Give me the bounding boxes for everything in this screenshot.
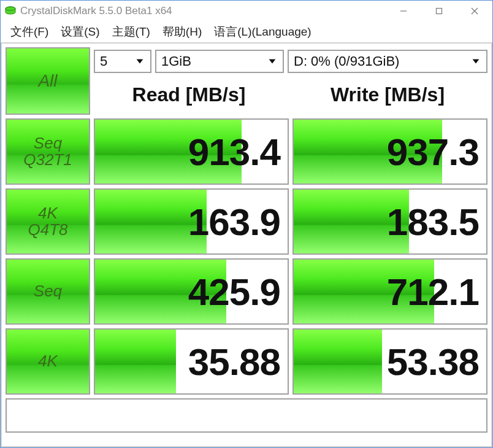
size-value: 1GiB: [161, 53, 191, 69]
top-controls: All 5 1GiB D: 0% (0/931GiB) Read [MB/s] …: [6, 47, 487, 115]
read-value-cell: 425.9: [94, 258, 289, 325]
write-value: 53.38: [387, 340, 479, 384]
test-button-label2: Q4T8: [28, 222, 67, 238]
app-icon: [4, 5, 17, 17]
test-button-3[interactable]: 4K: [6, 328, 90, 395]
chevron-down-icon: [470, 56, 481, 67]
value-bar: [95, 330, 176, 393]
test-button-2[interactable]: Seq: [6, 258, 90, 325]
test-button-label1: Seq: [34, 283, 62, 299]
write-value: 937.3: [387, 130, 479, 174]
test-button-0[interactable]: SeqQ32T1: [6, 118, 90, 185]
drive-value: D: 0% (0/931GiB): [294, 53, 399, 69]
write-value-cell: 712.1: [292, 258, 487, 325]
svg-rect-3: [437, 9, 442, 14]
write-value: 712.1: [387, 270, 479, 314]
menu-theme[interactable]: 主题(T): [107, 21, 155, 42]
window-controls: [386, 1, 492, 21]
test-button-label1: Seq: [34, 135, 62, 152]
value-bar: [294, 330, 382, 393]
header-write: Write [MB/s]: [288, 74, 487, 115]
test-button-label1: 4K: [38, 205, 58, 222]
test-button-label2: Q32T1: [23, 152, 72, 168]
header-read: Read [MB/s]: [94, 74, 284, 115]
write-value-cell: 183.5: [292, 188, 487, 255]
maximize-button[interactable]: [421, 1, 457, 21]
titlebar: CrystalDiskMark 5.5.0 Beta1 x64: [1, 1, 492, 21]
client-area: All 5 1GiB D: 0% (0/931GiB) Read [MB/s] …: [1, 42, 492, 447]
test-button-1[interactable]: 4KQ4T8: [6, 188, 90, 255]
all-button[interactable]: All: [6, 47, 90, 115]
close-button[interactable]: [457, 1, 492, 21]
menu-file[interactable]: 文件(F): [6, 21, 53, 42]
status-bar: [6, 398, 487, 433]
chevron-down-icon: [267, 56, 278, 67]
read-value: 35.88: [188, 340, 280, 384]
read-value: 425.9: [188, 270, 280, 314]
write-value: 183.5: [387, 200, 479, 244]
window-title: CrystalDiskMark 5.5.0 Beta1 x64: [20, 5, 386, 17]
read-value-cell: 913.4: [94, 118, 289, 185]
loops-select[interactable]: 5: [94, 50, 151, 73]
minimize-button[interactable]: [386, 1, 421, 21]
loops-value: 5: [100, 53, 107, 69]
read-value: 163.9: [188, 200, 280, 244]
write-value-cell: 53.38: [292, 328, 487, 395]
results-grid: SeqQ32T1913.4937.34KQ4T8163.9183.5Seq425…: [6, 118, 487, 395]
size-select[interactable]: 1GiB: [155, 50, 284, 73]
read-value: 913.4: [188, 130, 280, 174]
test-button-label1: 4K: [38, 353, 58, 369]
chevron-down-icon: [134, 56, 145, 67]
menu-settings[interactable]: 设置(S): [56, 21, 104, 42]
menu-help[interactable]: 帮助(H): [158, 21, 207, 42]
app-window: CrystalDiskMark 5.5.0 Beta1 x64 文件(F) 设置…: [0, 0, 493, 448]
write-value-cell: 937.3: [292, 118, 487, 185]
drive-select[interactable]: D: 0% (0/931GiB): [288, 50, 487, 73]
read-value-cell: 163.9: [94, 188, 289, 255]
menu-language[interactable]: 语言(L)(Language): [209, 21, 316, 42]
menubar: 文件(F) 设置(S) 主题(T) 帮助(H) 语言(L)(Language): [1, 21, 492, 42]
all-button-label: All: [38, 72, 57, 90]
read-value-cell: 35.88: [94, 328, 289, 395]
